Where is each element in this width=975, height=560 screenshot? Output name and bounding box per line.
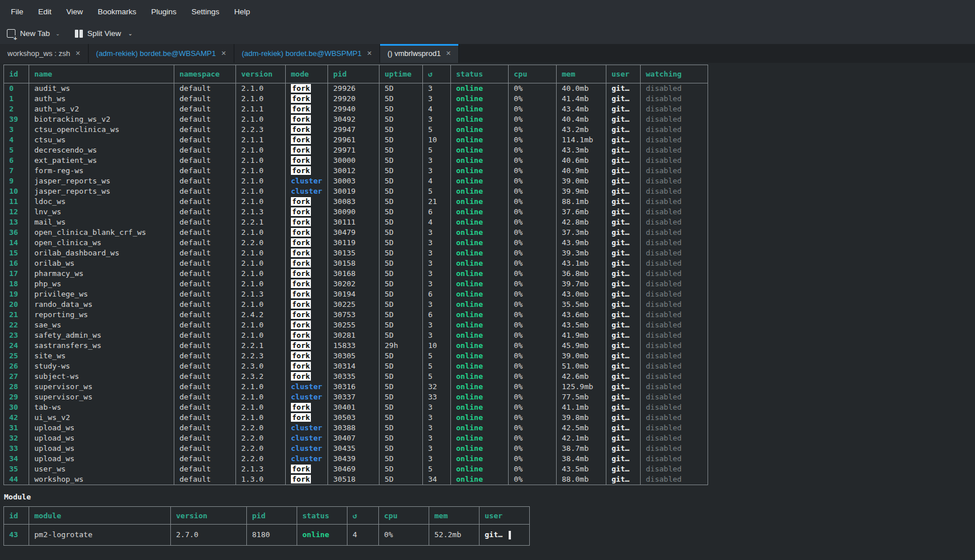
cell-ns: default	[174, 423, 236, 433]
cell-ns: default	[174, 197, 236, 207]
cell-mem: 40.9mb	[557, 166, 606, 176]
cell-ns: default	[174, 83, 236, 94]
split-view-button[interactable]: Split View ⌄	[75, 29, 133, 38]
terminal-tab[interactable]: workshop_ws : zsh✕	[0, 44, 89, 63]
cell-cpu: 0%	[509, 351, 557, 361]
cell-pid: 8180	[247, 525, 297, 546]
cell-watch: disabled	[641, 299, 708, 310]
table-row: 0audit_wsdefault2.1.0fork299265D3online0…	[4, 83, 708, 94]
cell-mem: 45.9mb	[557, 341, 606, 351]
cell-watch: disabled	[641, 433, 708, 443]
cell-watch: disabled	[641, 125, 708, 135]
cell-user: git…	[606, 217, 641, 227]
cell-ver: 2.4.2	[236, 310, 286, 320]
menu-item-file[interactable]: File	[3, 0, 31, 23]
tab-close-icon[interactable]: ✕	[75, 50, 81, 57]
cell-up: 5D	[379, 248, 423, 258]
cell-status: online	[451, 186, 509, 197]
cell-cpu: 0%	[509, 423, 557, 433]
cell-up: 5D	[379, 83, 423, 94]
table-row: 33upload_wsdefault2.2.0cluster304355D3on…	[4, 443, 708, 454]
cell-watch: disabled	[641, 392, 708, 402]
cell-name: jasper_reports_ws	[29, 176, 174, 186]
cell-watch: disabled	[641, 135, 708, 145]
tab-close-icon[interactable]: ✕	[221, 50, 226, 57]
cell-id: 30	[4, 402, 29, 413]
cell-name: supervisor_ws	[29, 382, 174, 392]
cell-pid: 30083	[328, 197, 379, 207]
cell-name: form-reg-ws	[29, 166, 174, 176]
cell-mode: fork	[286, 269, 328, 279]
cell-rs: 33	[423, 392, 451, 402]
cell-status: online	[451, 197, 509, 207]
cell-name: pharmacy_ws	[29, 269, 174, 279]
cell-status: online	[297, 525, 347, 546]
cell-ns: default	[174, 186, 236, 197]
column-header-mode: mode	[286, 65, 328, 83]
cell-mode: fork	[286, 125, 328, 135]
cell-up: 5D	[379, 217, 423, 227]
cell-id: 2	[4, 104, 29, 114]
column-header-pid: pid	[247, 507, 297, 525]
cell-cpu: 0%	[509, 330, 557, 341]
menu-item-plugins[interactable]: Plugins	[144, 0, 184, 23]
terminal-tab[interactable]: () vmbrlwsprod1✕	[380, 44, 459, 63]
menu-item-help[interactable]: Help	[227, 0, 258, 23]
cell-ver: 2.2.0	[236, 454, 286, 464]
column-header-status: status	[297, 507, 347, 525]
cell-name: site_ws	[29, 351, 174, 361]
cell-status: online	[451, 176, 509, 186]
cell-rs: 3	[423, 443, 451, 454]
cell-name: safety_admin_ws	[29, 330, 174, 341]
cell-mode: cluster	[286, 186, 328, 197]
cell-status: online	[451, 402, 509, 413]
cell-up: 5D	[379, 114, 423, 125]
cell-mode: fork	[286, 413, 328, 423]
cell-ver: 2.1.0	[236, 413, 286, 423]
cell-status: online	[451, 289, 509, 299]
menu-item-view[interactable]: View	[59, 0, 90, 23]
terminal-screen[interactable]: idnamenamespaceversionmodepiduptime↺stat…	[0, 63, 975, 560]
cell-pid: 30518	[328, 474, 379, 485]
cell-mem: 43.0mb	[557, 289, 606, 299]
cell-rs: 5	[423, 361, 451, 371]
cell-watch: disabled	[641, 413, 708, 423]
tab-close-icon[interactable]: ✕	[367, 50, 372, 57]
cell-rs: 4	[423, 176, 451, 186]
cell-name: upload_ws	[29, 454, 174, 464]
cell-mode: fork	[286, 289, 328, 299]
menu-item-settings[interactable]: Settings	[184, 0, 227, 23]
cell-ns: default	[174, 454, 236, 464]
cell-rs: 3	[423, 227, 451, 238]
cell-user: git…	[606, 423, 641, 433]
cell-ns: default	[174, 320, 236, 330]
table-row: 30tab-wsdefault2.1.0fork304015D3online0%…	[4, 402, 708, 413]
menu-item-bookmarks[interactable]: Bookmarks	[90, 0, 144, 23]
cell-mem: 42.1mb	[557, 433, 606, 443]
cell-rs: 6	[423, 289, 451, 299]
table-row: 28supervisor_wsdefault2.1.0cluster303165…	[4, 382, 708, 392]
split-view-chevron-down-icon[interactable]: ⌄	[128, 30, 133, 37]
module-section-label: Module	[4, 493, 975, 501]
cell-rs: 3	[423, 114, 451, 125]
cell-ver: 2.1.3	[236, 207, 286, 217]
cell-id: 26	[4, 361, 29, 371]
terminal-tab[interactable]: (adm-rekiek) bordet.be@WBSPMP1✕	[234, 44, 380, 63]
menu-item-edit[interactable]: Edit	[31, 0, 59, 23]
new-tab-button[interactable]: New Tab ⌄	[7, 29, 60, 38]
cell-status: online	[451, 227, 509, 238]
cell-ns: default	[174, 155, 236, 166]
new-tab-dropdown-caret-icon[interactable]: ⌄	[55, 31, 60, 38]
tab-close-icon[interactable]: ✕	[446, 50, 451, 57]
cell-status: online	[451, 443, 509, 454]
cell-rs: 3	[423, 320, 451, 330]
cell-mode: fork	[286, 464, 328, 474]
terminal-tab[interactable]: (adm-rekiek) bordet.be@WBSAMP1✕	[89, 44, 234, 63]
cell-user: git…	[606, 382, 641, 392]
cell-name: ext_patient_ws	[29, 155, 174, 166]
cell-id: 9	[4, 176, 29, 186]
cell-ver: 2.3.0	[236, 361, 286, 371]
column-header-watch: watching	[641, 65, 708, 83]
cell-user: git…	[606, 392, 641, 402]
cell-ver: 2.1.0	[236, 114, 286, 125]
